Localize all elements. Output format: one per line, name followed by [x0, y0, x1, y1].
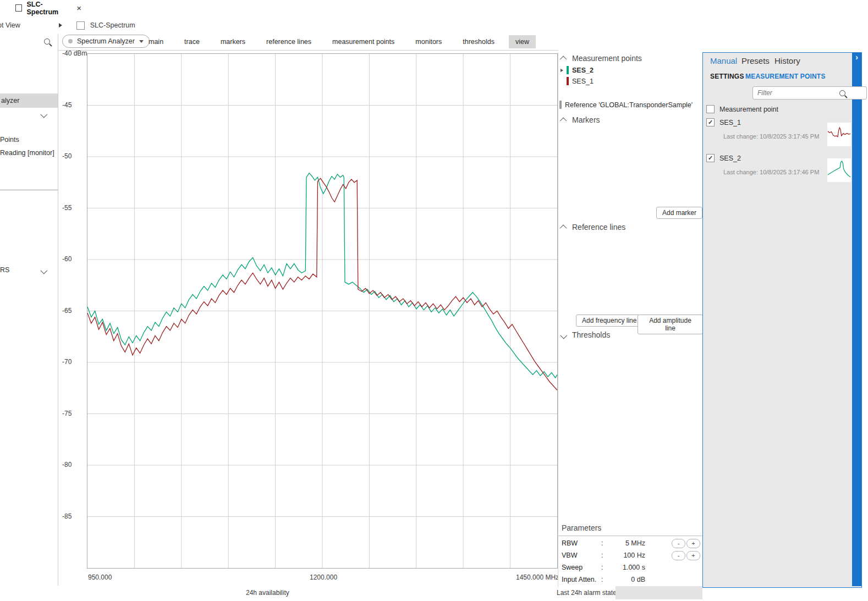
y-tick-label: -55: [62, 204, 72, 212]
collapse-up-icon: [560, 56, 567, 63]
collapse-down-icon: [560, 332, 567, 339]
ses2-spark-thumbnail: [827, 158, 851, 182]
list-header-label: Measurement point: [719, 106, 778, 113]
tab-title: SLC-Spectrum: [26, 1, 72, 16]
vbw-plus-button[interactable]: +: [686, 551, 700, 560]
vbw-minus-button[interactable]: -: [672, 551, 685, 560]
y-tick-label: -80: [62, 461, 72, 468]
panel-tab-history[interactable]: History: [774, 56, 800, 65]
alarm-label: Last 24h alarm state: [557, 589, 617, 597]
tab-measurement-points[interactable]: measurement points: [326, 35, 401, 48]
select-all-checkbox[interactable]: [706, 105, 715, 113]
tab-app-icon: [15, 4, 22, 12]
list-item-ses1[interactable]: ✓ SES_1: [706, 118, 741, 126]
list-header-row[interactable]: Measurement point: [706, 105, 778, 113]
ses1-spark-thumbnail: [827, 123, 851, 146]
left-sidebar: alyzer Points Reading [monitor] RS: [0, 50, 58, 586]
tab-main[interactable]: main: [142, 35, 170, 48]
ses1-color-swatch: [567, 77, 569, 85]
y-axis-labels: -40 dBm-45-50-55-60-65-70-75-80-85: [62, 53, 86, 567]
search-icon[interactable]: [44, 38, 50, 45]
tab-view[interactable]: view: [509, 35, 536, 48]
tab-close-icon[interactable]: ×: [76, 3, 81, 13]
tab-markers[interactable]: markers: [214, 35, 252, 48]
sidebar-item-analyzer[interactable]: alyzer: [0, 93, 58, 108]
reference-label: Reference 'GLOBAL:TransponderSample': [565, 101, 693, 109]
controls-column: Measurement points SES_2 SES_1 Reference…: [558, 52, 703, 587]
ses2-item-label: SES_2: [719, 155, 741, 162]
add-frequency-line-button[interactable]: Add frequency line: [576, 315, 642, 327]
tab-trace[interactable]: trace: [178, 35, 206, 48]
ses1-checkbox[interactable]: ✓: [706, 118, 715, 126]
add-amplitude-line-button[interactable]: Add amplitude line: [638, 315, 703, 334]
settings-panel: › Manual Presets History SETTINGS MEASUR…: [702, 52, 862, 588]
x-tick-end: 1450.000 MHz: [516, 574, 559, 581]
ses2-color-swatch: [567, 66, 569, 74]
y-tick-label: -75: [62, 410, 72, 417]
ses2-label: SES_2: [572, 67, 594, 74]
legend-item-reference[interactable]: Reference 'GLOBAL:TransponderSample': [559, 101, 693, 109]
view-menu-label[interactable]: ot View: [0, 21, 20, 29]
sidebar-rs-collapse-icon[interactable]: [40, 267, 47, 274]
filter-input[interactable]: [752, 86, 867, 100]
ses1-item-label: SES_1: [719, 119, 741, 126]
device-selector-dropdown[interactable]: Spectrum Analyzer: [62, 35, 150, 48]
rbw-plus-button[interactable]: +: [686, 539, 700, 548]
param-row-vbw: VBW : 100 Hz - +: [562, 552, 699, 559]
panel-tab-presets[interactable]: Presets: [741, 56, 770, 65]
ses1-last-change: Last change: 10/8/2025 3:17:45 PM: [723, 133, 819, 140]
param-row-rbw: RBW : 5 MHz - +: [562, 539, 699, 547]
spectrum-plot[interactable]: [87, 53, 558, 569]
doc-checkbox[interactable]: [76, 21, 85, 30]
ses1-label: SES_1: [572, 78, 594, 85]
filter-search-icon[interactable]: [839, 90, 845, 96]
plot-canvas: [87, 54, 557, 568]
legend-item-ses1[interactable]: SES_1: [567, 77, 594, 85]
parameters-title: Parameters: [558, 521, 703, 536]
sidebar-item-points[interactable]: Points: [0, 136, 19, 144]
y-tick-label: -40 dBm: [62, 49, 87, 57]
rbw-minus-button[interactable]: -: [672, 539, 685, 548]
y-tick-label: -70: [62, 358, 72, 366]
rbw-value: 5 MHz: [611, 539, 645, 547]
section-reference-lines[interactable]: Reference lines: [562, 223, 625, 231]
sidebar-item-rs[interactable]: RS: [0, 266, 9, 274]
reference-color-swatch: [559, 101, 562, 109]
section-measurement-points[interactable]: Measurement points: [562, 54, 642, 63]
ses2-last-change: Last change: 10/8/2025 3:17:46 PM: [723, 169, 819, 175]
legend-item-ses2[interactable]: SES_2: [561, 66, 594, 74]
browser-tab[interactable]: SLC-Spectrum ×: [15, 1, 81, 15]
section-markers[interactable]: Markers: [562, 115, 600, 124]
tab-monitors[interactable]: monitors: [409, 35, 448, 48]
sweep-value: 1.000 s: [611, 564, 645, 571]
parameters-section: Parameters RBW : 5 MHz - + VBW : 100 Hz …: [558, 521, 703, 536]
play-arrow-icon[interactable]: [59, 23, 62, 27]
doc-label: SLC-Spectrum: [90, 21, 135, 29]
section-thresholds[interactable]: Thresholds: [562, 330, 610, 339]
collapse-up-icon: [560, 117, 567, 124]
sidebar-collapse-icon[interactable]: [40, 111, 47, 118]
x-tick-center: 1200.000: [310, 574, 337, 581]
vbw-value: 100 Hz: [611, 552, 645, 559]
param-row-atten: Input Atten. : 0 dB: [562, 576, 699, 583]
panel-subtab-measurement-points[interactable]: MEASUREMENT POINTS: [745, 73, 826, 80]
app-window: SLC-Spectrum × ot View SLC-Spectrum Spec…: [0, 0, 868, 601]
panel-subtab-settings[interactable]: SETTINGS: [710, 73, 744, 80]
availability-label: 24h availability: [246, 589, 289, 597]
x-tick-start: 950.000: [88, 574, 112, 581]
y-tick-label: -45: [62, 101, 72, 109]
y-tick-label: -85: [62, 512, 72, 520]
selected-caret-icon: [561, 69, 563, 72]
device-status-icon: [68, 39, 73, 43]
ses2-checkbox[interactable]: ✓: [706, 154, 715, 162]
add-marker-button[interactable]: Add marker: [656, 207, 702, 219]
param-row-sweep: Sweep : 1.000 s: [562, 564, 699, 571]
tab-reference-lines[interactable]: reference lines: [260, 35, 318, 48]
panel-tab-manual[interactable]: Manual: [710, 56, 737, 65]
sidebar-item-reading[interactable]: Reading [monitor]: [0, 149, 54, 157]
panel-collapse-strip[interactable]: ›: [852, 53, 861, 586]
sidebar-divider: [0, 190, 58, 190]
tab-thresholds[interactable]: thresholds: [456, 35, 501, 48]
panel-collapse-icon[interactable]: ›: [855, 53, 858, 62]
list-item-ses2[interactable]: ✓ SES_2: [706, 154, 741, 162]
